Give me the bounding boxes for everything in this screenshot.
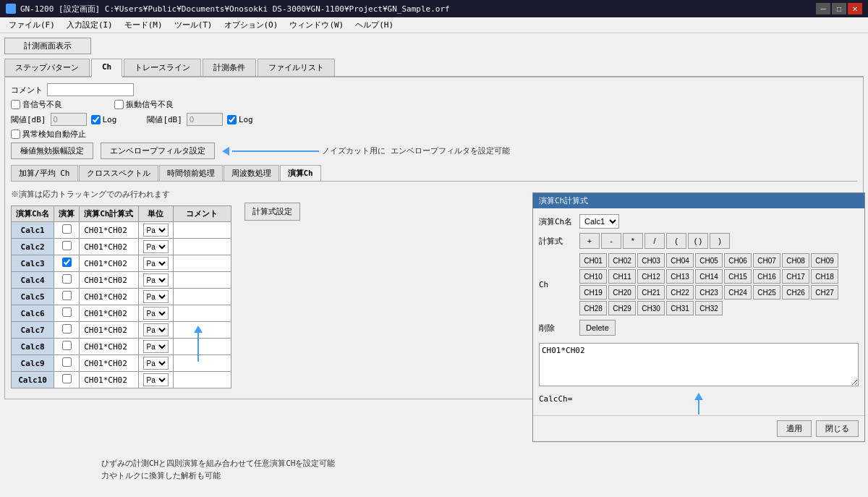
tab-ch[interactable]: Ch: [91, 59, 122, 77]
extreme-button[interactable]: 極値無効振幅設定: [11, 143, 93, 159]
tab-file-list[interactable]: ファイルリスト: [258, 59, 335, 76]
sub-tab-time-domain[interactable]: 時間領前処理: [159, 165, 223, 181]
menu-input-settings[interactable]: 入力設定(I): [61, 18, 119, 32]
close-button[interactable]: ✕: [848, 3, 862, 14]
vib-signal-label[interactable]: 振動信号不良: [114, 99, 174, 110]
unit-select[interactable]: Pa: [143, 357, 169, 370]
ch-button[interactable]: CH07: [753, 253, 780, 268]
calc-check-cell[interactable]: [54, 372, 80, 388]
vib-log-checkbox[interactable]: [227, 115, 237, 124]
delete-button[interactable]: Delete: [579, 320, 616, 336]
ch-button[interactable]: CH29: [608, 301, 636, 315]
operator-button[interactable]: *: [623, 233, 643, 249]
formula-set-button[interactable]: 計算式設定: [244, 203, 300, 221]
ch-button[interactable]: CH11: [608, 269, 636, 284]
calc-unit-cell[interactable]: Pa: [138, 289, 173, 305]
menu-file[interactable]: ファイル(F): [3, 18, 61, 32]
audio-threshold-input[interactable]: [51, 113, 87, 126]
calc-unit-cell[interactable]: Pa: [138, 222, 173, 239]
calc-unit-cell[interactable]: Pa: [138, 239, 173, 255]
sub-tab-average[interactable]: 加算/平均 Ch: [11, 165, 78, 181]
ch-button[interactable]: CH03: [637, 253, 665, 268]
tab-step-pattern[interactable]: ステップパターン: [4, 59, 90, 76]
ch-button[interactable]: CH27: [811, 285, 838, 300]
envelope-button[interactable]: エンベロープフィルタ設定: [101, 143, 215, 159]
sub-tab-cross-spectrum[interactable]: クロススペクトル: [79, 165, 158, 181]
calc-check-cell[interactable]: [54, 322, 80, 339]
ch-button[interactable]: CH25: [753, 285, 780, 300]
auto-stop-label[interactable]: 異常検知自動停止: [11, 129, 86, 140]
calc-check-cell[interactable]: [54, 305, 80, 322]
ch-button[interactable]: CH28: [579, 301, 607, 315]
minimize-button[interactable]: ─: [816, 3, 830, 14]
ch-button[interactable]: CH10: [579, 269, 607, 284]
ch-button[interactable]: CH18: [811, 269, 838, 284]
ch-button[interactable]: CH01: [579, 253, 607, 268]
vib-threshold-input[interactable]: [187, 113, 223, 126]
calc-checkbox[interactable]: [62, 374, 72, 383]
ch-button[interactable]: CH13: [666, 269, 694, 284]
audio-signal-checkbox[interactable]: [11, 100, 20, 109]
menu-tools[interactable]: ツール(T): [169, 18, 218, 32]
ch-button[interactable]: CH31: [666, 301, 694, 315]
ch-button[interactable]: CH26: [782, 285, 809, 300]
calc-unit-cell[interactable]: Pa: [138, 272, 173, 289]
unit-select[interactable]: Pa: [143, 240, 169, 253]
menu-mode[interactable]: モード(M): [119, 18, 169, 32]
maximize-button[interactable]: □: [832, 3, 846, 14]
ch-button[interactable]: CH02: [608, 253, 636, 268]
rp-name-select[interactable]: Calc1: [579, 214, 619, 229]
calc-unit-cell[interactable]: Pa: [138, 255, 173, 272]
ch-button[interactable]: CH32: [695, 301, 723, 315]
tab-trace-line[interactable]: トレースライン: [124, 59, 201, 76]
ch-button[interactable]: CH05: [695, 253, 723, 268]
menu-options[interactable]: オプション(O): [218, 18, 284, 32]
calc-checkbox[interactable]: [62, 324, 72, 334]
audio-log-checkbox[interactable]: [91, 115, 101, 124]
ch-button[interactable]: CH04: [666, 253, 694, 268]
ch-button[interactable]: CH12: [637, 269, 665, 284]
ch-button[interactable]: CH19: [579, 285, 607, 300]
calc-unit-cell[interactable]: Pa: [138, 322, 173, 339]
operator-button[interactable]: +: [579, 233, 600, 249]
close-button-rp[interactable]: 閉じる: [816, 420, 859, 437]
calc-unit-cell[interactable]: Pa: [138, 372, 173, 388]
operator-button[interactable]: ( ): [688, 233, 708, 249]
auto-stop-checkbox[interactable]: [11, 129, 20, 139]
calc-checkbox[interactable]: [62, 224, 72, 234]
menu-window[interactable]: ウィンドウ(W): [284, 18, 349, 32]
display-button[interactable]: 計測画面表示: [4, 38, 91, 54]
sub-tab-calc-ch[interactable]: 演算Ch: [280, 165, 321, 181]
menu-help[interactable]: ヘルプ(H): [349, 18, 399, 32]
unit-select[interactable]: Pa: [143, 257, 169, 270]
calc-checkbox[interactable]: [62, 291, 72, 300]
ch-button[interactable]: CH08: [782, 253, 809, 268]
unit-select[interactable]: Pa: [143, 373, 169, 386]
calc-unit-cell[interactable]: Pa: [138, 355, 173, 372]
calc-check-cell[interactable]: [54, 289, 80, 305]
vib-signal-checkbox[interactable]: [114, 100, 124, 109]
calc-checkbox[interactable]: [62, 357, 72, 367]
calc-checkbox[interactable]: [62, 341, 72, 350]
calc-checkbox[interactable]: [62, 241, 72, 250]
calc-unit-cell[interactable]: Pa: [138, 339, 173, 355]
ch-button[interactable]: CH17: [782, 269, 809, 284]
ch-button[interactable]: CH21: [637, 285, 665, 300]
ch-button[interactable]: CH24: [724, 285, 752, 300]
unit-select[interactable]: Pa: [143, 290, 169, 303]
ch-button[interactable]: CH22: [666, 285, 694, 300]
ch-button[interactable]: CH14: [695, 269, 723, 284]
ch-button[interactable]: CH30: [637, 301, 665, 315]
unit-select[interactable]: Pa: [143, 307, 169, 320]
calc-check-cell[interactable]: [54, 255, 80, 272]
audio-log-label[interactable]: Log: [91, 115, 117, 124]
calc-check-cell[interactable]: [54, 355, 80, 372]
operator-button[interactable]: ): [710, 233, 730, 249]
calc-unit-cell[interactable]: Pa: [138, 305, 173, 322]
calc-checkbox[interactable]: [62, 258, 72, 267]
calc-check-cell[interactable]: [54, 222, 80, 239]
calc-check-cell[interactable]: [54, 339, 80, 355]
vib-log-label[interactable]: Log: [227, 115, 253, 124]
unit-select[interactable]: Pa: [143, 323, 169, 336]
unit-select[interactable]: Pa: [143, 273, 169, 286]
